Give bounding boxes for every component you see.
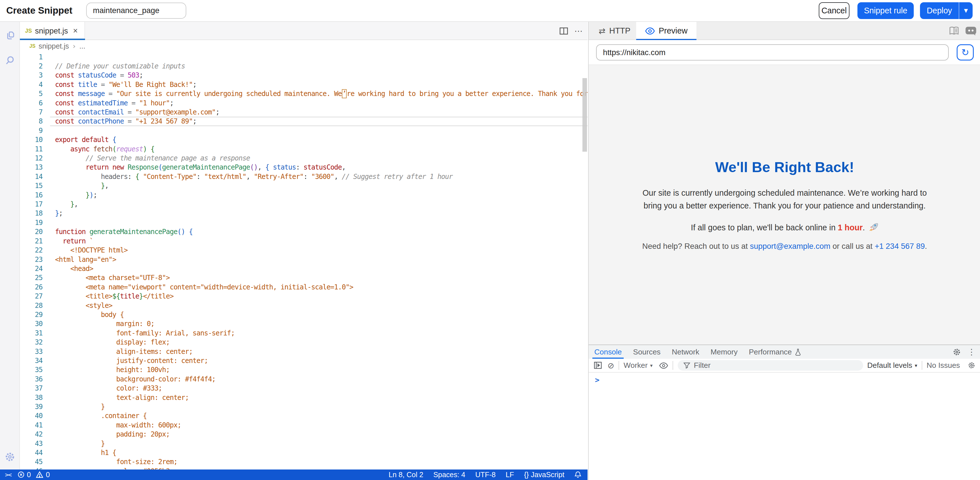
console-filter-input[interactable]: Filter [678, 360, 864, 371]
problems-status[interactable]: 0 0 [18, 470, 50, 479]
code-line[interactable]: 15 }, [20, 181, 587, 190]
code-line[interactable]: 20function generateMaintenancePage() { [20, 227, 587, 236]
code-line[interactable]: 46 color: #0056b3; [20, 467, 587, 469]
console-sidebar-toggle-icon[interactable] [594, 361, 602, 369]
eol-sequence[interactable]: LF [506, 470, 514, 479]
devtools-tab-network[interactable]: Network [666, 345, 705, 359]
issues-counter[interactable]: No Issues [926, 361, 960, 370]
breadcrumb-file[interactable]: snippet.js [39, 42, 69, 50]
code-line[interactable]: 29 body { [20, 310, 587, 319]
code-line[interactable]: 1 [20, 52, 587, 62]
context-selector[interactable]: Worker▾ [624, 361, 653, 370]
code-line[interactable]: 30 margin: 0; [20, 319, 587, 328]
url-input[interactable] [596, 44, 949, 60]
js-file-icon: JS [29, 43, 35, 49]
code-line[interactable]: 19 [20, 218, 587, 227]
console-prompt[interactable]: > [595, 376, 600, 384]
code-line[interactable]: 31 font-family: Arial, sans-serif; [20, 329, 587, 338]
breadcrumb-symbol[interactable]: ... [80, 42, 85, 50]
devtools-settings-gear-icon[interactable] [952, 348, 961, 356]
search-icon[interactable] [4, 55, 16, 66]
code-editor[interactable]: 12// Define your customizable inputs3con… [20, 52, 587, 469]
editor-scrollbar-thumb[interactable] [582, 78, 587, 152]
code-line[interactable]: 2// Define your customizable inputs [20, 62, 587, 71]
line-number: 9 [20, 126, 42, 135]
code-line[interactable]: 17 }, [20, 200, 587, 209]
close-tab-icon[interactable]: × [73, 27, 78, 35]
cursor-position[interactable]: Ln 8, Col 2 [388, 470, 423, 479]
console-output[interactable]: > [589, 373, 980, 480]
code-line[interactable]: 45 font-size: 2rem; [20, 457, 587, 466]
tab-http[interactable]: ⇄ HTTP [590, 22, 639, 40]
code-line[interactable]: 6const estimatedTime = "1 hour"; [20, 98, 587, 108]
indentation[interactable]: Spaces: 4 [433, 470, 465, 479]
code-line[interactable]: 22 <!DOCTYPE html> [20, 246, 587, 255]
code-line[interactable]: 11 async fetch(request) { [20, 144, 587, 154]
code-line[interactable]: 35 height: 100vh; [20, 365, 587, 374]
split-editor-icon[interactable] [559, 27, 568, 35]
code-line[interactable]: 38 text-align: center; [20, 393, 587, 402]
tab-preview[interactable]: Preview [636, 22, 696, 40]
files-icon[interactable] [4, 30, 16, 41]
encoding[interactable]: UTF-8 [475, 470, 496, 479]
code-line[interactable]: 13 return new Response(generateMaintenan… [20, 163, 587, 172]
support-email-link[interactable]: support@example.com [750, 242, 830, 250]
code-line[interactable]: 37 color: #333; [20, 384, 587, 393]
code-line[interactable]: 33 align-items: center; [20, 347, 587, 356]
code-line[interactable]: 16 }); [20, 190, 587, 200]
remote-indicator-icon[interactable]: >< [5, 471, 11, 478]
eye-icon [645, 27, 655, 35]
code-line[interactable]: 4const title = "We'll Be Right Back!"; [20, 80, 587, 89]
code-line[interactable]: 44 h1 { [20, 448, 587, 457]
code-line[interactable]: 40 .container { [20, 411, 587, 420]
code-line[interactable]: 5const message = "Our site is currently … [20, 89, 587, 98]
devtools-tab-memory[interactable]: Memory [705, 345, 743, 359]
console-settings-gear-icon[interactable] [967, 361, 976, 369]
code-line[interactable]: 27 <title>${title}</title> [20, 292, 587, 301]
deploy-button[interactable]: Deploy [920, 2, 959, 19]
code-line[interactable]: 41 max-width: 600px; [20, 421, 587, 430]
devtools-menu-kebab-icon[interactable]: ⋮ [967, 347, 976, 357]
devtools-tab-sources[interactable]: Sources [627, 345, 666, 359]
code-line[interactable]: 43 } [20, 439, 587, 448]
snippet-name-input[interactable] [86, 3, 186, 19]
snippet-rule-button[interactable]: Snippet rule [858, 2, 914, 19]
code-line[interactable]: 42 padding: 20px; [20, 430, 587, 439]
funnel-icon [683, 363, 690, 369]
refresh-button[interactable]: ↻ [957, 44, 974, 60]
code-line[interactable]: 12 // Serve the maintenance page as a re… [20, 154, 587, 163]
code-line[interactable]: 26 <meta name="viewport" content="width=… [20, 283, 587, 292]
code-line[interactable]: 7const contactEmail = "support@example.c… [20, 108, 587, 117]
code-line[interactable]: 10export default { [20, 135, 587, 144]
phone-link[interactable]: +1 234 567 89 [875, 242, 925, 250]
code-line[interactable]: 28 <style> [20, 301, 587, 310]
devtools-tab-performance[interactable]: Performance [743, 345, 807, 359]
code-line[interactable]: 24 <head> [20, 264, 587, 273]
code-line[interactable]: 21 return ` [20, 237, 587, 246]
code-line[interactable]: 8const contactPhone = "+1 234 567 89"; [20, 117, 587, 126]
code-line[interactable]: 36 background-color: #f4f4f4; [20, 375, 587, 384]
code-line[interactable]: 32 display: flex; [20, 338, 587, 347]
more-actions-icon[interactable]: ⋯ [574, 26, 583, 36]
live-expression-eye-icon[interactable] [659, 362, 668, 369]
tab-snippet-js[interactable]: JS snippet.js × [20, 22, 85, 40]
code-line[interactable]: 25 <meta charset="UTF-8"> [20, 273, 587, 282]
docs-book-icon[interactable] [949, 26, 959, 35]
breadcrumb[interactable]: JS snippet.js › ... [20, 40, 587, 52]
code-line[interactable]: 34 justify-content: center; [20, 356, 587, 365]
code-line[interactable]: 23<html lang="en"> [20, 255, 587, 264]
code-line[interactable]: 9 [20, 126, 587, 135]
code-line[interactable]: 39 } [20, 402, 587, 411]
code-line[interactable]: 3const statusCode = 503; [20, 71, 587, 80]
notifications-bell-icon[interactable] [574, 471, 581, 478]
default-levels-dropdown[interactable]: Default levels▾ [867, 361, 918, 370]
code-line[interactable]: 14 headers: { "Content-Type": "text/html… [20, 172, 587, 181]
language-mode[interactable]: {} JavaScript [524, 470, 565, 479]
code-line[interactable]: 18}; [20, 209, 587, 218]
settings-gear-icon[interactable] [4, 451, 16, 463]
deploy-dropdown-caret[interactable]: ▼ [959, 2, 972, 19]
devtools-tab-console[interactable]: Console [589, 345, 627, 359]
clear-console-icon[interactable]: ⊘ [608, 361, 614, 371]
cancel-button[interactable]: Cancel [819, 2, 850, 19]
discord-icon[interactable] [965, 26, 977, 36]
